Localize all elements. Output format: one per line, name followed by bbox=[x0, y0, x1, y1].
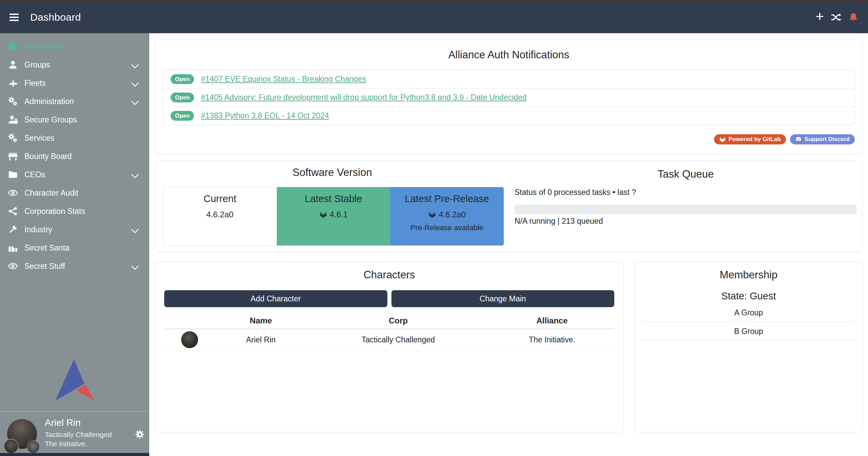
table-header-row: Name Corp Alliance bbox=[164, 313, 614, 329]
characters-title: Characters bbox=[155, 262, 623, 281]
sidebar-item-corporation-stats[interactable]: Corporation Stats bbox=[0, 202, 149, 220]
cogs-icon bbox=[7, 96, 19, 106]
chevron-down-icon bbox=[131, 61, 139, 69]
sidebar: Dashboard Groups Fleets Administration S… bbox=[0, 33, 149, 456]
chevron-down-icon bbox=[131, 262, 139, 270]
characters-panel: Characters Add Character Change Main Nam… bbox=[155, 262, 623, 432]
user-lock-icon bbox=[7, 115, 19, 125]
user-settings-gear-icon[interactable] bbox=[135, 429, 145, 439]
share-nodes-icon bbox=[7, 206, 19, 216]
alliance-auth-logo bbox=[55, 359, 94, 401]
gitlab-icon bbox=[319, 211, 327, 219]
column-header-corp: Corp bbox=[307, 316, 490, 325]
sidebar-divider bbox=[0, 411, 149, 412]
eye-icon bbox=[7, 188, 19, 198]
gitlab-icon bbox=[428, 211, 436, 219]
sidebar-item-services[interactable]: Services bbox=[0, 129, 149, 147]
character-corp: Tactically Challenged bbox=[307, 335, 490, 344]
notifications-title: Alliance Auth Notifications bbox=[155, 40, 862, 61]
characters-table: Name Corp Alliance Ariel Rin Tactically … bbox=[164, 313, 614, 351]
column-header-alliance: Alliance bbox=[490, 316, 614, 325]
cogs-icon bbox=[7, 133, 19, 143]
sidebar-item-industry[interactable]: Industry bbox=[0, 220, 149, 239]
add-character-icon[interactable]: + bbox=[815, 9, 824, 24]
chevron-down-icon bbox=[131, 171, 139, 179]
powered-by-gitlab-badge[interactable]: Powered by GitLab bbox=[714, 134, 786, 144]
prerelease-note: Pre-Release available bbox=[390, 223, 504, 232]
character-portrait bbox=[181, 331, 198, 348]
membership-groups: A Group B Group bbox=[643, 303, 854, 341]
sidebar-item-groups[interactable]: Groups bbox=[0, 56, 149, 74]
version-stable-box: Latest Stable 4.6.1 bbox=[277, 187, 390, 245]
character-alliance: The Initiative. bbox=[490, 335, 614, 344]
folder-icon bbox=[7, 170, 19, 180]
support-discord-badge[interactable]: Support Discord bbox=[790, 134, 855, 144]
sidebar-item-character-audit[interactable]: Character Audit bbox=[0, 184, 149, 202]
software-version-panel: Software Version Current 4.6.2a0 Latest … bbox=[155, 160, 863, 252]
hamburger-menu-icon[interactable] bbox=[9, 12, 19, 23]
sidebar-menu: Dashboard Groups Fleets Administration S… bbox=[0, 33, 149, 275]
version-boxes: Current 4.6.2a0 Latest Stable 4.6.1 Late… bbox=[163, 187, 504, 246]
sidebar-item-fleets[interactable]: Fleets bbox=[0, 74, 149, 92]
task-queue-title: Task Queue bbox=[515, 160, 857, 180]
shuffle-character-icon[interactable] bbox=[831, 12, 842, 23]
store-icon bbox=[7, 151, 19, 161]
user-corporation: Tactically Challenged bbox=[45, 431, 112, 439]
page: Dashboard + Dashboard Groups Fleets bbox=[0, 0, 868, 456]
change-main-button[interactable]: Change Main bbox=[391, 290, 615, 307]
user-alliance: The Initiative. bbox=[45, 440, 87, 448]
list-item: B Group bbox=[643, 322, 854, 341]
software-version-title: Software Version bbox=[155, 160, 509, 179]
navbar: Dashboard + bbox=[0, 1, 868, 33]
sidebar-bottom-strip bbox=[0, 453, 149, 456]
sidebar-item-dashboard[interactable]: Dashboard bbox=[0, 37, 149, 56]
gitlab-icon bbox=[719, 136, 726, 143]
alliance-logo-badge bbox=[27, 440, 40, 453]
version-heading: Latest Stable bbox=[277, 193, 390, 204]
add-character-button[interactable]: Add Character bbox=[164, 290, 387, 307]
status-badge: Open bbox=[171, 74, 194, 84]
sidebar-item-ceos[interactable]: CEOs bbox=[0, 165, 149, 184]
notification-link[interactable]: #1383 Python 3.8 EOL - 14 Oct 2024 bbox=[201, 111, 329, 120]
task-queue-counts: N/A running | 213 queued bbox=[515, 217, 603, 226]
task-queue-status: Status of 0 processed tasks • last ? bbox=[515, 188, 636, 197]
status-badge: Open bbox=[171, 111, 194, 121]
notifications-panel: Alliance Auth Notifications Open #1407 E… bbox=[155, 40, 863, 154]
chevron-down-icon bbox=[131, 79, 139, 87]
user-name: Ariel Rin bbox=[45, 417, 81, 428]
task-queue-section: Task Queue Status of 0 processed tasks •… bbox=[515, 160, 857, 252]
user-icon bbox=[7, 60, 19, 70]
page-title: Dashboard bbox=[30, 12, 81, 23]
version-heading: Latest Pre-Release bbox=[390, 193, 504, 204]
membership-panel: Membership State: Guest A Group B Group bbox=[634, 262, 863, 432]
notification-link[interactable]: #1405 Advisory: Future development will … bbox=[201, 93, 526, 102]
version-value: 4.6.1 bbox=[330, 210, 348, 219]
bell-notifications-icon[interactable] bbox=[848, 12, 859, 22]
sidebar-item-secret-santa[interactable]: Secret Santa bbox=[0, 239, 149, 257]
membership-title: Membership bbox=[635, 262, 863, 281]
characters-buttons: Add Character Change Main bbox=[164, 290, 614, 307]
eye-icon bbox=[7, 261, 19, 271]
version-value: 4.6.2a0 bbox=[439, 210, 466, 219]
status-badge: Open bbox=[171, 93, 194, 102]
sidebar-item-secret-stuff[interactable]: Secret Stuff bbox=[0, 257, 149, 275]
corp-logo-badge bbox=[4, 439, 19, 454]
sidebar-item-secure-groups[interactable]: Secure Groups bbox=[0, 111, 149, 129]
notifications-footer-badges: Powered by GitLab Support Discord bbox=[714, 134, 855, 144]
notification-link[interactable]: #1407 EVE Equinox Status - Breaking Chan… bbox=[201, 75, 366, 84]
task-queue-progress bbox=[515, 205, 857, 214]
list-item: A Group bbox=[643, 303, 854, 322]
version-prerelease-box: Latest Pre-Release 4.6.2a0 Pre-Release a… bbox=[390, 187, 504, 245]
chevron-down-icon bbox=[131, 98, 139, 105]
hammer-icon bbox=[7, 224, 19, 235]
chevron-down-icon bbox=[131, 226, 139, 234]
navbar-actions: + bbox=[815, 1, 859, 33]
character-name: Ariel Rin bbox=[215, 335, 307, 344]
version-current-box: Current 4.6.2a0 bbox=[163, 187, 277, 245]
sidebar-item-administration[interactable]: Administration bbox=[0, 92, 149, 111]
notifications-list: Open #1407 EVE Equinox Status - Breaking… bbox=[163, 70, 855, 125]
version-value: 4.6.2a0 bbox=[206, 210, 233, 219]
version-heading: Current bbox=[163, 193, 277, 204]
table-row: Ariel Rin Tactically Challenged The Init… bbox=[164, 329, 614, 351]
sidebar-item-bounty-board[interactable]: Bounty Board bbox=[0, 147, 149, 165]
